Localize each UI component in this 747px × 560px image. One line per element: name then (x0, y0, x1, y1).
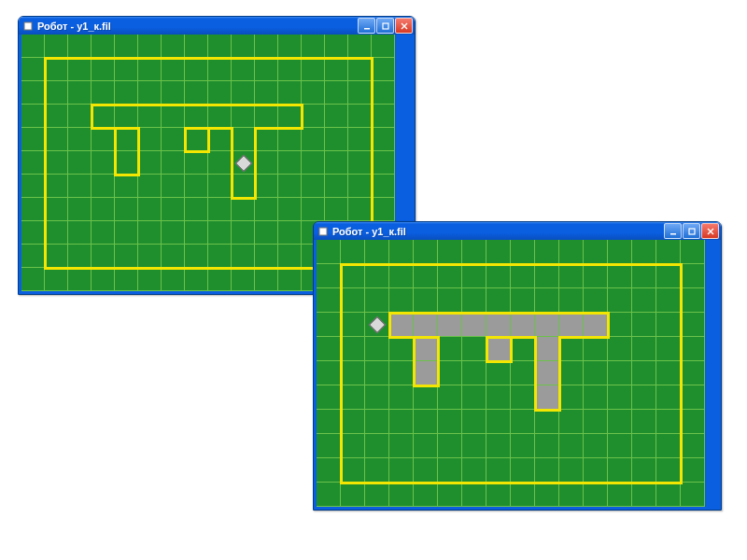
grid-cell (584, 458, 608, 483)
grid-cell (348, 128, 372, 151)
grid-cell (656, 264, 681, 288)
grid-cell (21, 128, 45, 151)
grid-cell (185, 105, 208, 128)
grid-cell (317, 337, 341, 361)
grid-cell (255, 175, 278, 198)
grid-cell (486, 288, 511, 313)
minimize-button[interactable] (664, 223, 682, 239)
grid-cell (278, 151, 302, 175)
grid-cell (208, 245, 232, 268)
grid-cell (486, 483, 511, 507)
grid-cell (608, 313, 632, 337)
grid-cell (115, 81, 138, 105)
grid-cell (486, 385, 511, 410)
grid-cell (185, 35, 208, 58)
grid-cell (632, 434, 656, 458)
grid-cell (162, 198, 185, 221)
grid-cell (681, 458, 705, 483)
grid-cell (389, 385, 414, 410)
filled-cell (414, 313, 438, 337)
grid-cell (302, 81, 325, 105)
wall-v (207, 127, 210, 153)
grid-cell (317, 264, 341, 288)
grid-cell (348, 58, 372, 81)
close-button[interactable] (395, 18, 413, 34)
grid-cell (584, 361, 608, 385)
grid-cell (462, 458, 486, 483)
grid-cell (389, 337, 414, 361)
grid-cell (414, 483, 438, 507)
grid-cell (462, 337, 486, 361)
grid-cell (325, 175, 348, 198)
wall-h (388, 312, 610, 315)
grid-cell (486, 240, 511, 264)
wall-h (231, 197, 257, 200)
svg-rect-2 (383, 23, 388, 29)
titlebar[interactable]: Робот - y1_к.fil (314, 222, 721, 240)
grid-cell (92, 81, 115, 105)
grid-cell (681, 288, 705, 313)
grid-cell (438, 483, 462, 507)
filled-cell (438, 313, 462, 337)
grid-cell (438, 410, 462, 434)
robot-field[interactable] (317, 240, 705, 507)
titlebar[interactable]: Робот - y1_к.fil (19, 17, 415, 35)
grid-cell (656, 313, 681, 337)
grid-cell (162, 221, 185, 245)
grid-cell (185, 245, 208, 268)
grid-cell (208, 268, 232, 291)
minimize-button[interactable] (358, 18, 375, 34)
grid-cell (317, 361, 341, 385)
wall-h (254, 127, 303, 130)
grid-cell (232, 245, 255, 268)
grid-cell (208, 58, 232, 81)
grid-cell (535, 483, 559, 507)
grid-cell (511, 288, 535, 313)
grid-cell (608, 337, 632, 361)
grid-cell (341, 434, 365, 458)
grid-cell (278, 58, 302, 81)
filled-cell (535, 385, 559, 410)
grid-cell (68, 198, 92, 221)
grid-cell (162, 105, 185, 128)
grid-cell (302, 128, 325, 151)
grid-cell (632, 337, 656, 361)
grid-cell (608, 483, 632, 507)
grid-cell (656, 458, 681, 483)
grid-cell (21, 221, 45, 245)
grid-cell (559, 410, 584, 434)
grid-cell (138, 58, 162, 81)
grid-cell (632, 361, 656, 385)
grid-cell (348, 151, 372, 175)
grid-cell (232, 81, 255, 105)
grid-cell (389, 361, 414, 385)
grid-cell (302, 105, 325, 128)
grid-cell (185, 198, 208, 221)
close-button[interactable] (701, 223, 719, 239)
grid-cell (185, 268, 208, 291)
grid-cell (317, 385, 341, 410)
grid-cell (302, 151, 325, 175)
grid-cell (462, 240, 486, 264)
grid-cell (608, 288, 632, 313)
window-title: Робот - y1_к.fil (37, 21, 358, 32)
grid-cell (92, 35, 115, 58)
grid-cell (341, 361, 365, 385)
grid-cell (511, 483, 535, 507)
grid-cell (232, 198, 255, 221)
grid-cell (559, 385, 584, 410)
maximize-button[interactable] (683, 223, 700, 239)
grid-cell (21, 268, 45, 291)
grid-cell (21, 198, 45, 221)
grid-cell (208, 81, 232, 105)
maximize-button[interactable] (376, 18, 394, 34)
grid-cell (138, 198, 162, 221)
wall-v (231, 127, 233, 200)
grid-cell (317, 458, 341, 483)
grid-cell (348, 175, 372, 198)
field-border (44, 57, 374, 60)
grid-cell (535, 264, 559, 288)
grid-cell (372, 35, 395, 58)
grid-cell (45, 151, 68, 175)
grid-cell (341, 385, 365, 410)
